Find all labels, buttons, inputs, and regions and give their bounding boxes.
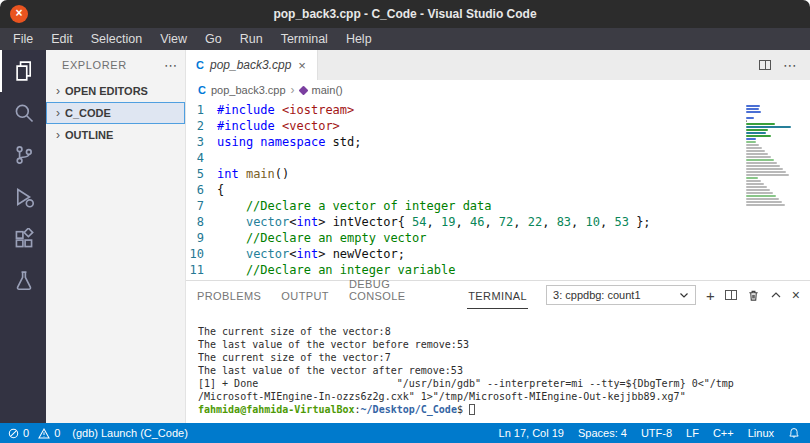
new-terminal-icon[interactable]: + <box>706 288 715 303</box>
menu-run[interactable]: Run <box>231 28 272 50</box>
code-line: 3using namespace std; <box>186 134 810 150</box>
menu-file[interactable]: File <box>4 28 42 50</box>
chevron-collapsed-icon: › <box>51 128 65 142</box>
editor-area: pop_back3.cpp × ⋯ pop_back3.cpp › main()… <box>185 50 810 423</box>
close-window-button[interactable]: × <box>10 5 28 23</box>
code-editor[interactable]: 1#include <iostream>2#include <vector>3u… <box>186 100 810 280</box>
status-bar: 0 0 (gdb) Launch (C_Code) Ln 17, Col 19S… <box>0 423 810 443</box>
split-terminal-icon[interactable] <box>725 290 737 300</box>
code-line: 12 int last; <box>186 278 810 280</box>
status-item-ln-17-col-19[interactable]: Ln 17, Col 19 <box>499 427 564 439</box>
status-item-utf-8[interactable]: UTF-8 <box>641 427 672 439</box>
code-lines: 1#include <iostream>2#include <vector>3u… <box>186 102 810 280</box>
breadcrumb-symbol[interactable]: main() <box>312 84 343 96</box>
panel-tab-output[interactable]: OUTPUT <box>280 283 330 309</box>
terminal-line: fahmida@fahmida-VirtualBox:~/Desktop/C_C… <box>198 403 798 416</box>
bottom-panel: PROBLEMSOUTPUTDEBUG CONSOLETERMINAL 3: c… <box>186 280 810 423</box>
line-number: 8 <box>186 214 204 230</box>
method-symbol-icon <box>298 85 308 95</box>
chevron-right-icon: › <box>291 83 295 97</box>
search-icon[interactable] <box>0 92 46 134</box>
cpp-file-icon <box>198 84 206 96</box>
cpp-file-icon <box>196 59 204 71</box>
terminal-line: The current size of the vector:7 <box>198 351 798 364</box>
notifications-bell-icon[interactable] <box>788 427 800 439</box>
window-title: pop_back3.cpp - C_Code - Visual Studio C… <box>273 7 536 21</box>
testing-icon[interactable] <box>0 260 46 302</box>
menu-go[interactable]: Go <box>196 28 231 50</box>
maximize-panel-icon[interactable] <box>770 290 782 300</box>
line-number: 11 <box>186 262 204 278</box>
menu-help[interactable]: Help <box>337 28 381 50</box>
editor-tab-bar: pop_back3.cpp × ⋯ <box>186 50 810 80</box>
problems-status[interactable]: 0 0 <box>8 427 60 439</box>
explorer-sidebar: EXPLORER ⋯ ›OPEN EDITORS›C_CODE›OUTLINE <box>46 50 185 423</box>
line-number: 2 <box>186 118 204 134</box>
sidebar-sections: ›OPEN EDITORS›C_CODE›OUTLINE <box>46 80 185 146</box>
code-line: 8 vector<int> intVector{ 54, 19, 46, 72,… <box>186 214 810 230</box>
activity-bar <box>0 50 46 423</box>
terminal-session-dropdown[interactable]: 3: cppdbg: count1 <box>546 285 696 305</box>
chevron-collapsed-icon: › <box>51 106 65 120</box>
split-editor-icon[interactable] <box>759 60 771 70</box>
line-number: 4 <box>186 150 204 166</box>
kill-terminal-icon[interactable] <box>747 289 760 302</box>
terminal-cursor <box>469 404 475 415</box>
line-number: 1 <box>186 102 204 118</box>
code-line: 7 //Declare a vector of integer data <box>186 198 810 214</box>
menu-selection[interactable]: Selection <box>82 28 151 50</box>
chevron-collapsed-icon: › <box>51 84 65 98</box>
extensions-icon[interactable] <box>0 218 46 260</box>
line-number: 5 <box>186 166 204 182</box>
panel-tab-terminal[interactable]: TERMINAL <box>467 283 528 309</box>
tab-close-icon[interactable]: × <box>297 58 307 73</box>
menu-bar: FileEditSelectionViewGoRunTerminalHelp <box>0 28 810 50</box>
terminal-line: /Microsoft-MIEngine-In-ozzs6z2g.cxk" 1>"… <box>198 390 798 403</box>
sidebar-section-open-editors[interactable]: ›OPEN EDITORS <box>46 80 185 102</box>
status-item-lf[interactable]: LF <box>686 427 699 439</box>
breadcrumb-file[interactable]: pop_back3.cpp <box>211 84 286 96</box>
status-item-spaces-4[interactable]: Spaces: 4 <box>578 427 627 439</box>
sidebar-section-c_code[interactable]: ›C_CODE <box>46 102 185 124</box>
debug-launch-status[interactable]: (gdb) Launch (C_Code) <box>72 427 188 439</box>
title-bar: × pop_back3.cpp - C_Code - Visual Studio… <box>0 0 810 28</box>
sidebar-title: EXPLORER <box>62 59 127 71</box>
tab-pop_back3-cpp[interactable]: pop_back3.cpp × <box>186 50 318 80</box>
sidebar-section-outline[interactable]: ›OUTLINE <box>46 124 185 146</box>
close-panel-icon[interactable]: × <box>792 288 800 302</box>
menu-terminal[interactable]: Terminal <box>272 28 337 50</box>
status-item-linux[interactable]: Linux <box>748 427 774 439</box>
status-bar-right: Ln 17, Col 19Spaces: 4UTF-8LFC++Linux <box>499 427 800 439</box>
section-label: OUTLINE <box>65 129 113 141</box>
line-number: 3 <box>186 134 204 150</box>
source-control-icon[interactable] <box>0 134 46 176</box>
terminal-line: The last value of the vector before remo… <box>198 338 798 351</box>
status-item-c-[interactable]: C++ <box>713 427 734 439</box>
terminal-line: The current size of the vector:8 <box>198 325 798 338</box>
panel-tab-problems[interactable]: PROBLEMS <box>196 283 262 309</box>
minimap[interactable] <box>746 105 798 207</box>
terminal-content[interactable]: The current size of the vector:8The last… <box>186 309 810 423</box>
code-line: 6{ <box>186 182 810 198</box>
breadcrumb: pop_back3.cpp › main() <box>186 80 810 100</box>
explorer-icon[interactable] <box>0 50 46 92</box>
menu-view[interactable]: View <box>151 28 196 50</box>
workbench: EXPLORER ⋯ ›OPEN EDITORS›C_CODE›OUTLINE … <box>0 50 810 423</box>
line-number: 10 <box>186 246 204 262</box>
terminal-line: The last value of the vector after remov… <box>198 364 798 377</box>
code-line: 9 //Declare an empty vector <box>186 230 810 246</box>
code-line: 10 vector<int> newVector; <box>186 246 810 262</box>
sidebar-more-actions-icon[interactable]: ⋯ <box>164 58 177 73</box>
panel-tabs: PROBLEMSOUTPUTDEBUG CONSOLETERMINAL <box>196 281 546 309</box>
line-number: 6 <box>186 182 204 198</box>
warning-icon <box>38 428 50 439</box>
menu-edit[interactable]: Edit <box>42 28 82 50</box>
editor-more-actions-icon[interactable]: ⋯ <box>783 57 798 73</box>
warning-count: 0 <box>54 427 60 439</box>
code-line: 11 //Declare an integer variable <box>186 262 810 278</box>
line-number: 9 <box>186 230 204 246</box>
terminal-session-value: 3: cppdbg: count1 <box>553 289 640 301</box>
run-debug-icon[interactable] <box>0 176 46 218</box>
code-line: 5int main() <box>186 166 810 182</box>
code-line: 4 <box>186 150 810 166</box>
